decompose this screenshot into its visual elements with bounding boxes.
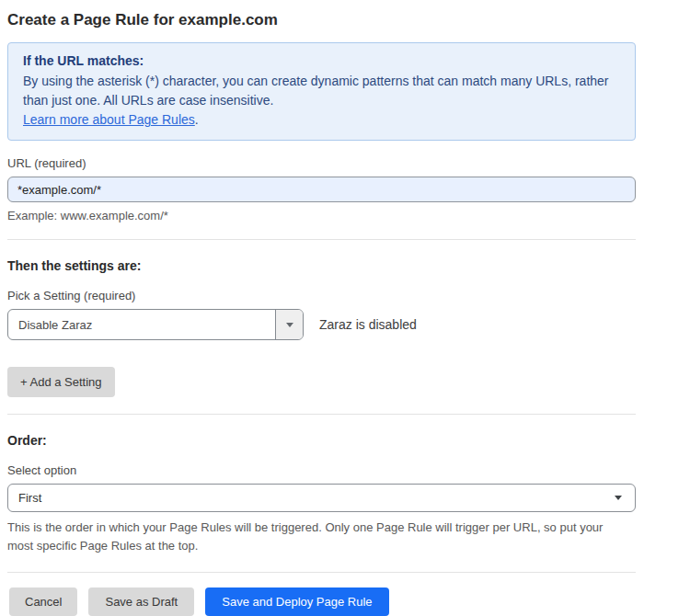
setting-select-value: Disable Zaraz (8, 310, 275, 339)
page-title: Create a Page Rule for example.com (7, 11, 636, 29)
footer-actions: Cancel Save as Draft Save and Deploy Pag… (7, 587, 636, 616)
info-box-link-line: Learn more about Page Rules. (23, 110, 620, 130)
save-and-deploy-button[interactable]: Save and Deploy Page Rule (205, 587, 388, 616)
url-match-info-box: If the URL matches: By using the asteris… (7, 42, 636, 141)
url-input[interactable] (7, 177, 636, 202)
order-select-value: First (18, 491, 41, 505)
settings-section-heading: Then the settings are: (7, 258, 636, 273)
setting-status-text: Zaraz is disabled (319, 317, 417, 332)
setting-picker-row: Disable Zaraz Zaraz is disabled (7, 309, 636, 340)
caret-down-icon (615, 496, 622, 500)
caret-down-icon (286, 323, 293, 327)
learn-more-link[interactable]: Learn more about Page Rules (23, 112, 195, 127)
pick-setting-label: Pick a Setting (required) (7, 289, 636, 302)
setting-select[interactable]: Disable Zaraz (7, 309, 304, 340)
url-field-label: URL (required) (7, 156, 636, 170)
cancel-button[interactable]: Cancel (9, 587, 77, 616)
info-box-body: By using the asterisk (*) character, you… (23, 72, 620, 110)
page-rule-form: Create a Page Rule for example.com If th… (7, 11, 636, 616)
divider (7, 572, 636, 573)
divider (7, 414, 636, 415)
order-section-heading: Order: (7, 433, 636, 448)
order-helper-text: This is the order in which your Page Rul… (7, 519, 624, 555)
save-as-draft-button[interactable]: Save as Draft (88, 587, 194, 616)
url-example-helper: Example: www.example.com/* (7, 209, 636, 222)
order-select-label: Select option (7, 463, 636, 477)
add-setting-button[interactable]: + Add a Setting (7, 367, 115, 397)
divider (7, 239, 636, 240)
order-select[interactable]: First (7, 484, 636, 512)
link-suffix: . (195, 112, 199, 127)
setting-select-caret-button[interactable] (275, 310, 303, 339)
info-box-heading: If the URL matches: (23, 51, 620, 71)
